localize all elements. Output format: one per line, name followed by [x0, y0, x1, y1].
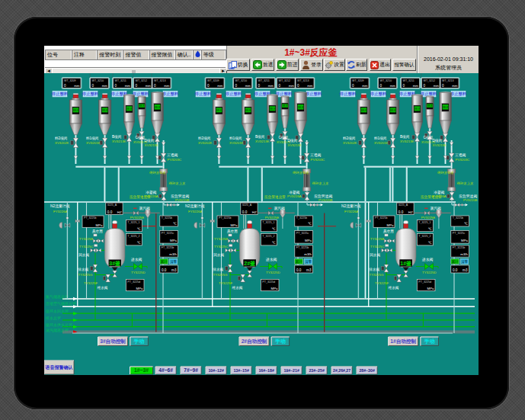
- svg-text:16#~18#: 16#~18#: [258, 368, 274, 373]
- svg-text:2#,26#,27: 2#,26#,27: [333, 368, 351, 373]
- svg-text:手动: 手动: [424, 338, 435, 345]
- svg-text:循环水供水总管: 循环水供水总管: [45, 322, 72, 328]
- svg-text:1#自动控制: 1#自动控制: [390, 338, 416, 345]
- svg-text:4#~6#: 4#~6#: [158, 367, 173, 373]
- svg-text:循环水回水管: 循环水回水管: [45, 309, 69, 314]
- svg-text:19#~21#: 19#~21#: [283, 368, 299, 373]
- svg-text:蒸汽储器总管: 蒸汽储器总管: [46, 328, 69, 333]
- svg-text:2#釜: 2#釜: [244, 261, 255, 266]
- svg-text:10#~12#: 10#~12#: [208, 368, 223, 373]
- svg-text:排水总管: 排水总管: [45, 316, 61, 321]
- svg-text:语音报警确认: 语音报警确认: [45, 364, 73, 370]
- svg-text:2#自动控制: 2#自动控制: [242, 338, 267, 345]
- svg-text:3#自动控制: 3#自动控制: [100, 338, 126, 345]
- svg-text:氮气储器总管: 氮气储器总管: [46, 294, 69, 300]
- svg-text:7#~9#: 7#~9#: [184, 367, 198, 373]
- svg-text:28#~30#: 28#~30#: [359, 368, 374, 373]
- svg-text:23#~25#: 23#~25#: [309, 368, 324, 373]
- svg-text:手动: 手动: [133, 338, 145, 345]
- svg-text:13#~15#: 13#~15#: [233, 368, 248, 373]
- svg-text:1#~3#: 1#~3#: [134, 367, 149, 373]
- svg-text:1#釜: 1#釜: [400, 261, 411, 266]
- svg-text:压缩空气储器总管: 压缩空气储器总管: [46, 301, 76, 306]
- svg-text:手动: 手动: [274, 338, 286, 345]
